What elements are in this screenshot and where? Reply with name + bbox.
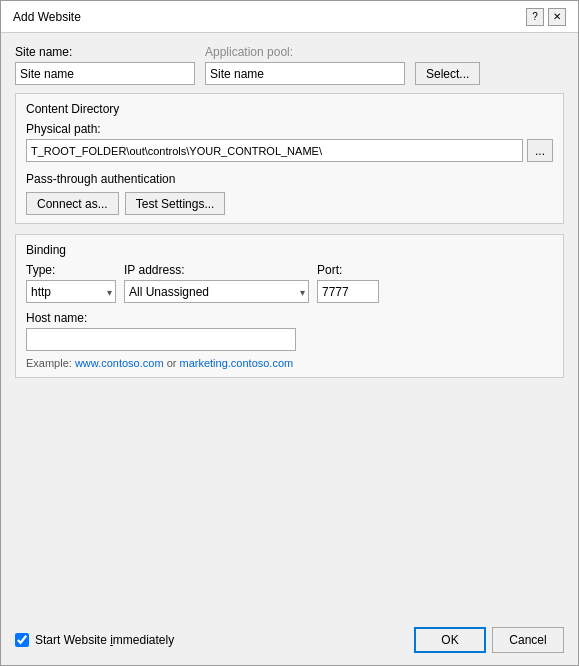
binding-section-title: Binding bbox=[26, 243, 553, 257]
type-group: Type: http https bbox=[26, 263, 116, 303]
cancel-button[interactable]: Cancel bbox=[492, 627, 564, 653]
type-select-wrapper: http https bbox=[26, 280, 116, 303]
ip-select-wrapper: All Unassigned bbox=[124, 280, 309, 303]
content-directory-title: Content Directory bbox=[26, 102, 553, 116]
site-name-input[interactable] bbox=[15, 62, 195, 85]
underline-i: i bbox=[110, 633, 113, 647]
footer: Start Website immediately OK Cancel bbox=[1, 619, 578, 665]
type-label: Type: bbox=[26, 263, 116, 277]
example-text: Example: www.contoso.com or marketing.co… bbox=[26, 357, 553, 369]
connect-as-button[interactable]: Connect as... bbox=[26, 192, 119, 215]
close-button[interactable]: ✕ bbox=[548, 8, 566, 26]
help-button[interactable]: ? bbox=[526, 8, 544, 26]
add-website-dialog: Add Website ? ✕ Site name: Application p… bbox=[0, 0, 579, 666]
connect-row: Connect as... Test Settings... bbox=[26, 192, 553, 215]
port-input[interactable] bbox=[317, 280, 379, 303]
content-directory-section: Content Directory Physical path: ... Pas… bbox=[15, 93, 564, 224]
ip-select[interactable]: All Unassigned bbox=[124, 280, 309, 303]
port-label: Port: bbox=[317, 263, 379, 277]
dialog-body: Site name: Application pool: Select... C… bbox=[1, 33, 578, 619]
site-apppool-row: Site name: Application pool: Select... bbox=[15, 45, 564, 85]
site-name-label: Site name: bbox=[15, 45, 195, 59]
start-website-checkbox[interactable] bbox=[15, 633, 29, 647]
select-button[interactable]: Select... bbox=[415, 62, 480, 85]
site-name-group: Site name: bbox=[15, 45, 195, 85]
app-pool-label: Application pool: bbox=[205, 45, 405, 59]
binding-row1: Type: http https IP address: All Unassig… bbox=[26, 263, 553, 303]
title-bar: Add Website ? ✕ bbox=[1, 1, 578, 33]
hostname-row: Host name: bbox=[26, 311, 553, 351]
title-bar-controls: ? ✕ bbox=[526, 8, 566, 26]
test-settings-button[interactable]: Test Settings... bbox=[125, 192, 226, 215]
app-pool-group: Application pool: bbox=[205, 45, 405, 85]
example-prefix: Example: bbox=[26, 357, 75, 369]
physical-path-label: Physical path: bbox=[26, 122, 553, 136]
binding-section: Binding Type: http https IP address: bbox=[15, 234, 564, 378]
ok-button[interactable]: OK bbox=[414, 627, 486, 653]
ip-label: IP address: bbox=[124, 263, 309, 277]
physical-path-group: Physical path: ... bbox=[26, 122, 553, 168]
start-website-label: Start Website immediately bbox=[35, 633, 174, 647]
browse-button[interactable]: ... bbox=[527, 139, 553, 162]
hostname-label: Host name: bbox=[26, 311, 553, 325]
example-link1[interactable]: www.contoso.com bbox=[75, 357, 164, 369]
hostname-input[interactable] bbox=[26, 328, 296, 351]
spacer bbox=[15, 388, 564, 607]
type-select[interactable]: http https bbox=[26, 280, 116, 303]
physical-path-input[interactable] bbox=[26, 139, 523, 162]
pass-through-label: Pass-through authentication bbox=[26, 172, 553, 186]
example-link2[interactable]: marketing.contoso.com bbox=[179, 357, 293, 369]
physical-path-row: ... bbox=[26, 139, 553, 162]
port-group: Port: bbox=[317, 263, 379, 303]
start-website-row: Start Website immediately bbox=[15, 633, 174, 647]
ip-group: IP address: All Unassigned bbox=[124, 263, 309, 303]
footer-buttons: OK Cancel bbox=[414, 627, 564, 653]
dialog-title: Add Website bbox=[13, 10, 81, 24]
app-pool-input[interactable] bbox=[205, 62, 405, 85]
example-or: or bbox=[164, 357, 180, 369]
